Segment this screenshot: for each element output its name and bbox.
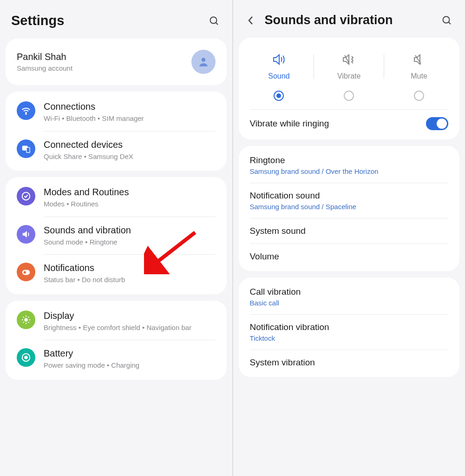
svg-line-16 [23, 322, 24, 323]
list-sub: Samsung brand sound / Spaceline [250, 203, 449, 211]
svg-line-15 [28, 322, 29, 323]
page-title: Sounds and vibration [265, 13, 440, 27]
svg-point-0 [210, 17, 216, 23]
setting-sub: Modes • Routines [44, 199, 216, 209]
svg-point-9 [24, 318, 27, 321]
chevron-left-icon [247, 15, 254, 26]
list-sub: Basic call [250, 299, 449, 307]
modes-icon [17, 187, 35, 205]
setting-title: Modes and Routines [44, 187, 216, 198]
setting-sounds-vibration[interactable]: Sounds and vibration Sound mode • Ringto… [6, 217, 227, 255]
sound-settings-card: Ringtone Samsung brand sound / Over the … [239, 146, 460, 271]
account-row[interactable]: Pankil Shah Samsung account [6, 40, 227, 83]
display-icon [17, 311, 35, 329]
radio-icon [274, 91, 284, 101]
setting-system-sound[interactable]: System sound [239, 218, 460, 244]
list-title: Volume [250, 251, 449, 262]
sound-mode-card: Sound Vibrate Mute V [239, 38, 460, 139]
settings-header: Settings [0, 0, 232, 39]
setting-title: Connections [44, 101, 216, 112]
settings-group-0: Connections Wi-Fi • Bluetooth • SIM mana… [6, 92, 227, 171]
wifi-icon [17, 101, 35, 120]
setting-sub: Wi-Fi • Bluetooth • SIM manager [44, 114, 216, 123]
list-title: Notification vibration [250, 322, 449, 332]
notifications-icon [17, 263, 35, 281]
settings-group-2: Display Brightness • Eye comfort shield … [6, 301, 227, 380]
svg-point-19 [25, 356, 27, 359]
svg-line-1 [216, 22, 218, 25]
list-title: System vibration [250, 357, 449, 368]
mode-vibrate[interactable]: Vibrate [314, 53, 384, 101]
svg-point-3 [26, 113, 26, 114]
vibrate-icon [341, 53, 356, 66]
svg-line-23 [449, 22, 451, 24]
setting-notifications[interactable]: Notifications Status bar • Do not distur… [6, 255, 227, 292]
account-name: Pankil Shah [17, 52, 191, 62]
mode-label: Vibrate [337, 72, 360, 80]
radio-icon [414, 91, 424, 101]
setting-sub: Power saving mode • Charging [44, 361, 216, 370]
setting-title: Sounds and vibration [44, 225, 216, 236]
setting-sub: Sound mode • Ringtone [44, 238, 216, 247]
setting-call-vibration[interactable]: Call vibration Basic call [239, 279, 460, 314]
list-sub: Samsung brand sound / Over the Horizon [250, 167, 449, 175]
mode-mute[interactable]: Mute [384, 53, 454, 101]
page-title: Settings [11, 13, 207, 28]
list-title: Vibrate while ringing [250, 119, 426, 129]
setting-sub: Status bar • Do not disturb [44, 275, 216, 284]
svg-rect-5 [26, 147, 30, 152]
battery-icon [17, 348, 35, 367]
sound-on-icon [272, 53, 286, 66]
vibration-settings-card: Call vibration Basic call Notification v… [239, 278, 460, 377]
search-icon [209, 15, 220, 26]
search-icon [441, 15, 452, 26]
setting-battery[interactable]: Battery Power saving mode • Charging [6, 340, 227, 378]
radio-icon [344, 91, 354, 101]
sounds-header: Sounds and vibration [233, 0, 465, 38]
list-title: Notification sound [250, 191, 449, 201]
setting-ringtone[interactable]: Ringtone Samsung brand sound / Over the … [239, 148, 460, 183]
setting-title: Battery [44, 348, 216, 359]
svg-point-22 [443, 16, 450, 23]
setting-title: Display [44, 311, 216, 321]
mode-label: Sound [268, 72, 289, 80]
mode-sound[interactable]: Sound [244, 53, 314, 101]
setting-display[interactable]: Display Brightness • Eye comfort shield … [6, 303, 227, 340]
person-icon [197, 56, 210, 68]
list-title: Ringtone [250, 155, 449, 165]
svg-line-17 [28, 317, 29, 317]
devices-icon [17, 139, 35, 158]
search-button[interactable] [207, 14, 221, 28]
setting-notification-sound[interactable]: Notification sound Samsung brand sound /… [239, 183, 460, 218]
back-button[interactable] [244, 14, 256, 26]
setting-system-vibration[interactable]: System vibration [239, 350, 460, 375]
svg-point-6 [22, 192, 30, 200]
setting-sub: Brightness • Eye comfort shield • Naviga… [44, 323, 216, 332]
sounds-vibration-pane: Sounds and vibration Sound Vibrate [233, 0, 465, 476]
setting-sub: Quick Share • Samsung DeX [44, 152, 216, 161]
setting-notification-vibration[interactable]: Notification vibration Ticktock [239, 315, 460, 350]
sound-icon [17, 225, 35, 244]
list-sub: Ticktock [250, 334, 449, 342]
setting-vibrate-while-ringing[interactable]: Vibrate while ringing [239, 110, 460, 138]
mute-icon [413, 53, 426, 66]
svg-point-8 [23, 271, 26, 274]
list-title: System sound [250, 226, 449, 236]
setting-title: Connected devices [44, 139, 216, 150]
svg-line-14 [23, 317, 24, 317]
svg-point-2 [201, 58, 205, 62]
search-button[interactable] [440, 13, 454, 27]
account-sub: Samsung account [17, 64, 191, 72]
list-title: Call vibration [250, 287, 449, 297]
setting-connections[interactable]: Connections Wi-Fi • Bluetooth • SIM mana… [6, 93, 227, 131]
mode-label: Mute [411, 72, 427, 80]
settings-pane: Settings Pankil Shah Samsung account Con… [0, 0, 232, 476]
setting-title: Notifications [44, 263, 216, 273]
toggle-switch[interactable] [426, 117, 448, 130]
account-card: Pankil Shah Samsung account [6, 39, 227, 85]
sound-mode-selector: Sound Vibrate Mute [239, 40, 460, 109]
avatar [191, 50, 216, 74]
setting-connected-devices[interactable]: Connected devices Quick Share • Samsung … [6, 132, 227, 169]
setting-volume[interactable]: Volume [239, 244, 460, 269]
setting-modes-routines[interactable]: Modes and Routines Modes • Routines [6, 179, 227, 217]
